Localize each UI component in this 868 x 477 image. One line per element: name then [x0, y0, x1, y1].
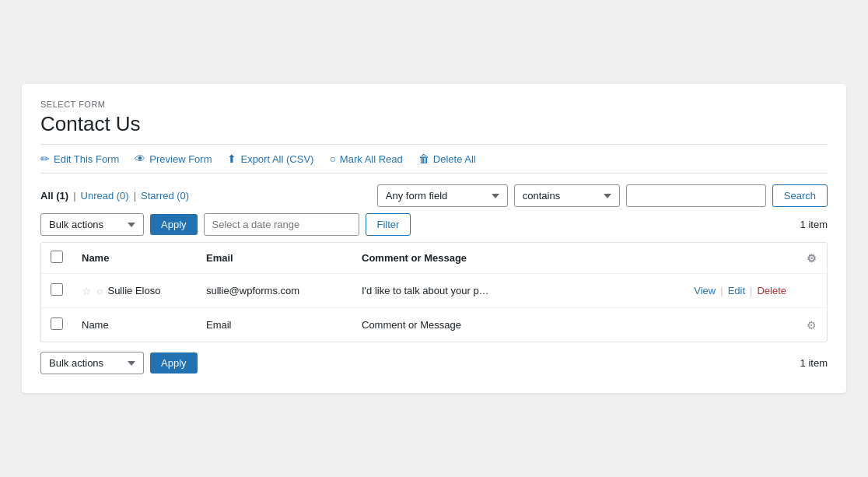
- tab-all[interactable]: All (1): [40, 190, 68, 202]
- view-link[interactable]: View: [694, 285, 716, 296]
- row-checkbox[interactable]: [51, 283, 63, 296]
- export-icon: ⬆: [227, 153, 236, 165]
- row-actions-cell: View | Edit | Delete: [671, 274, 796, 308]
- footer-settings-cell: ⚙: [796, 308, 827, 342]
- select-all-checkbox[interactable]: [51, 251, 63, 263]
- circle-icon: ○: [329, 153, 335, 165]
- header-checkbox-col: [41, 243, 72, 274]
- read-icon[interactable]: ○: [96, 285, 103, 297]
- edit-form-link[interactable]: ✏ Edit This Form: [40, 153, 119, 165]
- filter-row: All (1) | Unread (0) | Starred (0) Any f…: [40, 184, 828, 207]
- footer-message: Comment or Message: [362, 319, 461, 331]
- export-csv-link[interactable]: ⬆ Export All (CSV): [227, 153, 313, 165]
- row-email: sullie@wpforms.com: [206, 285, 299, 296]
- edit-icon: ✏: [40, 153, 50, 165]
- preview-form-link[interactable]: 👁 Preview Form: [135, 153, 212, 165]
- field-select[interactable]: Any form field Name Email Comment or Mes…: [377, 184, 508, 207]
- row-message: I'd like to talk about your p…: [362, 285, 489, 296]
- filter-tabs: All (1) | Unread (0) | Starred (0): [40, 190, 371, 202]
- header-name: Name: [72, 243, 197, 274]
- mark-all-read-link[interactable]: ○ Mark All Read: [329, 153, 402, 165]
- tab-unread[interactable]: Unread (0): [81, 190, 129, 202]
- row-settings-cell: [796, 274, 827, 308]
- footer-actions-cell: [671, 308, 796, 342]
- header-settings: ⚙: [796, 243, 827, 274]
- footer-checkbox-cell: [41, 308, 72, 342]
- row-name: Sullie Eloso: [107, 285, 160, 296]
- tab-sep-2: |: [134, 190, 136, 202]
- bulk-actions-select-bottom[interactable]: Bulk actions Mark as Read Mark as Unread…: [40, 352, 144, 374]
- row-actions: View | Edit | Delete: [681, 285, 786, 296]
- item-count-top: 1 item: [800, 219, 828, 230]
- select-form-label: SELECT FORM: [40, 100, 828, 109]
- table-footer-row: Name Email Comment or Message ⚙: [41, 308, 827, 342]
- footer-name-cell: Name: [72, 308, 197, 342]
- tab-sep-1: |: [73, 190, 75, 202]
- trash-icon: 🗑: [418, 153, 429, 165]
- delete-all-link[interactable]: 🗑 Delete All: [418, 153, 476, 165]
- eye-icon: 👁: [135, 153, 145, 165]
- footer-email: Email: [206, 319, 232, 331]
- footer-message-cell: Comment or Message: [352, 308, 671, 342]
- apply-button-top[interactable]: Apply: [150, 214, 198, 235]
- star-icon[interactable]: ☆: [82, 285, 92, 297]
- row-message-cell: I'd like to talk about your p…: [352, 274, 671, 308]
- condition-select[interactable]: contains does not contain equals starts …: [514, 184, 620, 207]
- action-bar: ✏ Edit This Form 👁 Preview Form ⬆ Export…: [40, 144, 828, 174]
- search-button[interactable]: Search: [772, 184, 828, 207]
- bulk-row: Bulk actions Mark as Read Mark as Unread…: [40, 213, 828, 236]
- header-email: Email: [197, 243, 352, 274]
- tab-starred[interactable]: Starred (0): [141, 190, 189, 202]
- row-name-cell: ☆ ○ Sullie Eloso: [72, 274, 197, 308]
- edit-link[interactable]: Edit: [728, 285, 745, 296]
- row-email-cell: sullie@wpforms.com: [197, 274, 352, 308]
- settings-gear-icon-header[interactable]: ⚙: [807, 252, 817, 265]
- footer-name: Name: [82, 319, 109, 331]
- table-header-row: Name Email Comment or Message ⚙: [41, 243, 827, 274]
- apply-button-bottom[interactable]: Apply: [150, 352, 198, 374]
- page-title: Contact Us: [40, 112, 828, 136]
- search-input[interactable]: [626, 184, 766, 207]
- table-row: ☆ ○ Sullie Eloso sullie@wpforms.com I'd …: [41, 274, 827, 308]
- entries-table-wrapper: Name Email Comment or Message ⚙: [40, 242, 828, 342]
- row-checkbox-cell: [41, 274, 72, 308]
- delete-link[interactable]: Delete: [757, 285, 786, 296]
- entries-table: Name Email Comment or Message ⚙: [41, 243, 827, 342]
- bulk-actions-select[interactable]: Bulk actions Mark as Read Mark as Unread…: [40, 213, 144, 236]
- item-count-bottom: 1 item: [800, 357, 828, 369]
- header-actions: [671, 243, 796, 274]
- footer-email-cell: Email: [197, 308, 352, 342]
- filter-button[interactable]: Filter: [366, 213, 411, 236]
- footer-row-checkbox[interactable]: [51, 317, 63, 330]
- main-container: SELECT FORM Contact Us ✏ Edit This Form …: [22, 84, 846, 393]
- date-range-input[interactable]: [204, 213, 359, 236]
- header-message: Comment or Message: [352, 243, 671, 274]
- settings-gear-icon-footer[interactable]: ⚙: [807, 319, 817, 331]
- bottom-bulk-row: Bulk actions Mark as Read Mark as Unread…: [40, 352, 828, 374]
